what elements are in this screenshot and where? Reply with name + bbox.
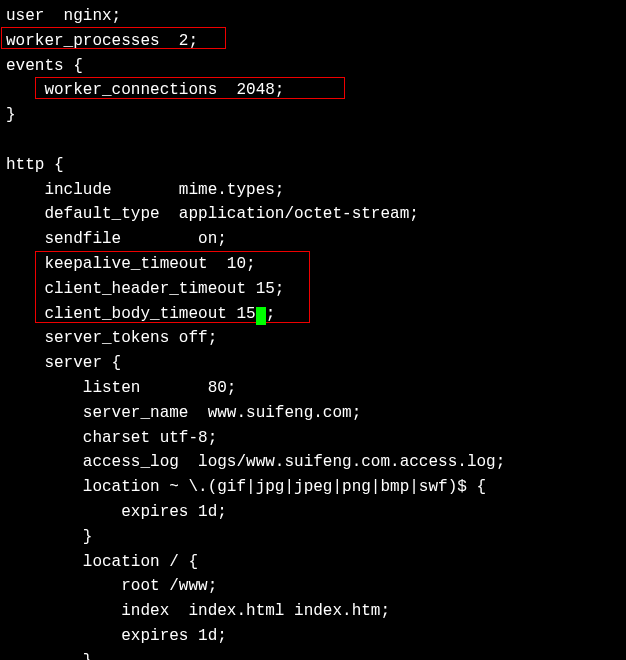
cfg-line: index index.html index.htm; bbox=[6, 602, 390, 620]
cfg-line: client_header_timeout 15; bbox=[6, 280, 284, 298]
cfg-line: default_type application/octet-stream; bbox=[6, 205, 419, 223]
nginx-config-text: user nginx; worker_processes 2; events {… bbox=[6, 4, 620, 660]
cfg-line: worker_connections 2048; bbox=[6, 81, 284, 99]
cfg-line: listen 80; bbox=[6, 379, 236, 397]
cfg-line: include mime.types; bbox=[6, 181, 284, 199]
cfg-line: worker_processes 2; bbox=[6, 32, 198, 50]
cfg-line: } bbox=[6, 106, 16, 124]
cfg-line: access_log logs/www.suifeng.com.access.l… bbox=[6, 453, 505, 471]
cfg-line: server_tokens off; bbox=[6, 329, 217, 347]
cfg-line: client_body_timeout 15 bbox=[6, 305, 256, 323]
cfg-line: http { bbox=[6, 156, 64, 174]
cfg-line: root /www; bbox=[6, 577, 217, 595]
cfg-line: server_name www.suifeng.com; bbox=[6, 404, 361, 422]
cfg-line: events { bbox=[6, 57, 83, 75]
cfg-line: location ~ \.(gif|jpg|jpeg|png|bmp|swf)$… bbox=[6, 478, 486, 496]
cfg-line: sendfile on; bbox=[6, 230, 227, 248]
cfg-line: server { bbox=[6, 354, 121, 372]
cfg-line: user nginx; bbox=[6, 7, 121, 25]
cfg-line: expires 1d; bbox=[6, 503, 227, 521]
cfg-line: ; bbox=[266, 305, 276, 323]
cfg-line: keepalive_timeout 10; bbox=[6, 255, 256, 273]
cfg-line: } bbox=[6, 528, 92, 546]
cfg-line: location / { bbox=[6, 553, 198, 571]
cfg-line: } bbox=[6, 652, 92, 660]
terminal-cursor bbox=[256, 307, 266, 325]
cfg-line: expires 1d; bbox=[6, 627, 227, 645]
cfg-line: charset utf-8; bbox=[6, 429, 217, 447]
